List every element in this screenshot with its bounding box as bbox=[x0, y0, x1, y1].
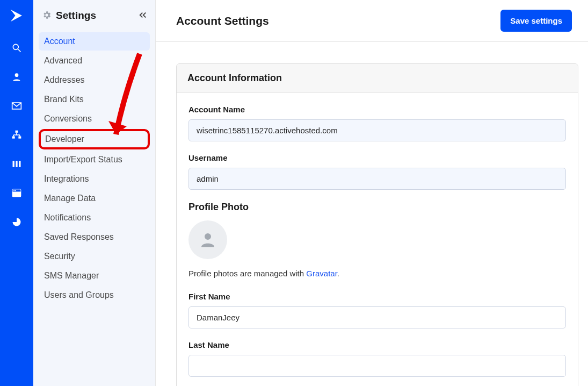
collapse-icon[interactable] bbox=[138, 10, 148, 22]
username-input[interactable] bbox=[188, 168, 566, 190]
page-title: Account Settings bbox=[176, 15, 269, 27]
account-info-card: Account Information Account Name Usernam… bbox=[176, 63, 578, 386]
save-settings-button[interactable]: Save settings bbox=[500, 10, 572, 32]
svg-point-17 bbox=[205, 233, 211, 240]
profile-photo-help: Profile photos are managed with Gravatar… bbox=[188, 269, 566, 278]
sidebar-item-saved-responses[interactable]: Saved Responses bbox=[39, 228, 150, 246]
search-icon[interactable] bbox=[0, 41, 33, 54]
gear-icon bbox=[42, 10, 52, 22]
account-name-input[interactable] bbox=[188, 119, 566, 141]
svg-rect-12 bbox=[19, 161, 20, 167]
contacts-icon[interactable] bbox=[0, 70, 33, 83]
sidebar-item-sms-manager[interactable]: SMS Manager bbox=[39, 267, 150, 285]
sidebar-item-notifications[interactable]: Notifications bbox=[39, 209, 150, 227]
site-icon[interactable] bbox=[0, 187, 33, 199]
avatar-placeholder bbox=[188, 220, 227, 259]
profile-photo-heading: Profile Photo bbox=[188, 202, 566, 213]
svg-rect-16 bbox=[15, 190, 16, 191]
first-name-input[interactable] bbox=[188, 306, 566, 328]
sidebar-item-users-and-groups[interactable]: Users and Groups bbox=[39, 286, 150, 304]
sidebar-item-conversions[interactable]: Conversions bbox=[39, 110, 150, 128]
sidebar-item-brand-kits[interactable]: Brand Kits bbox=[39, 90, 150, 109]
svg-rect-15 bbox=[13, 190, 14, 191]
settings-sidebar: Settings AccountAdvancedAddressesBrand K… bbox=[33, 0, 156, 386]
app-logo-icon[interactable] bbox=[9, 8, 25, 25]
sidebar-item-integrations[interactable]: Integrations bbox=[39, 170, 150, 188]
svg-line-1 bbox=[18, 49, 21, 52]
reports-icon[interactable] bbox=[0, 216, 33, 228]
svg-rect-4 bbox=[12, 137, 15, 139]
svg-point-2 bbox=[15, 73, 19, 77]
sidebar-item-account[interactable]: Account bbox=[39, 32, 150, 51]
deals-icon[interactable] bbox=[0, 158, 33, 170]
svg-rect-11 bbox=[16, 161, 17, 167]
last-name-label: Last Name bbox=[188, 340, 566, 349]
sidebar-item-developer[interactable]: Developer bbox=[39, 129, 150, 149]
svg-rect-5 bbox=[18, 137, 21, 139]
sidebar-item-addresses[interactable]: Addresses bbox=[39, 71, 150, 89]
sidebar-item-advanced[interactable]: Advanced bbox=[39, 52, 150, 70]
svg-rect-3 bbox=[16, 131, 18, 133]
account-name-label: Account Name bbox=[188, 105, 566, 114]
main-content: Account Settings Save settings Account I… bbox=[156, 0, 588, 386]
sidebar-item-import-export-status[interactable]: Import/Export Status bbox=[39, 151, 150, 169]
sidebar-item-manage-data[interactable]: Manage Data bbox=[39, 189, 150, 208]
card-title: Account Information bbox=[177, 64, 578, 93]
campaigns-icon[interactable] bbox=[0, 99, 33, 112]
svg-point-0 bbox=[13, 44, 18, 49]
icon-rail bbox=[0, 0, 33, 386]
profile-help-prefix: Profile photos are managed with bbox=[188, 269, 306, 278]
automations-icon[interactable] bbox=[0, 128, 33, 141]
profile-help-suffix: . bbox=[337, 269, 339, 278]
svg-rect-10 bbox=[13, 161, 14, 167]
gravatar-link[interactable]: Gravatar bbox=[306, 269, 337, 278]
last-name-input[interactable] bbox=[188, 355, 566, 377]
username-label: Username bbox=[188, 153, 566, 162]
settings-nav: AccountAdvancedAddressesBrand KitsConver… bbox=[33, 28, 155, 304]
sidebar-item-security[interactable]: Security bbox=[39, 247, 150, 266]
sidebar-title: Settings bbox=[56, 10, 96, 22]
first-name-label: First Name bbox=[188, 292, 566, 301]
